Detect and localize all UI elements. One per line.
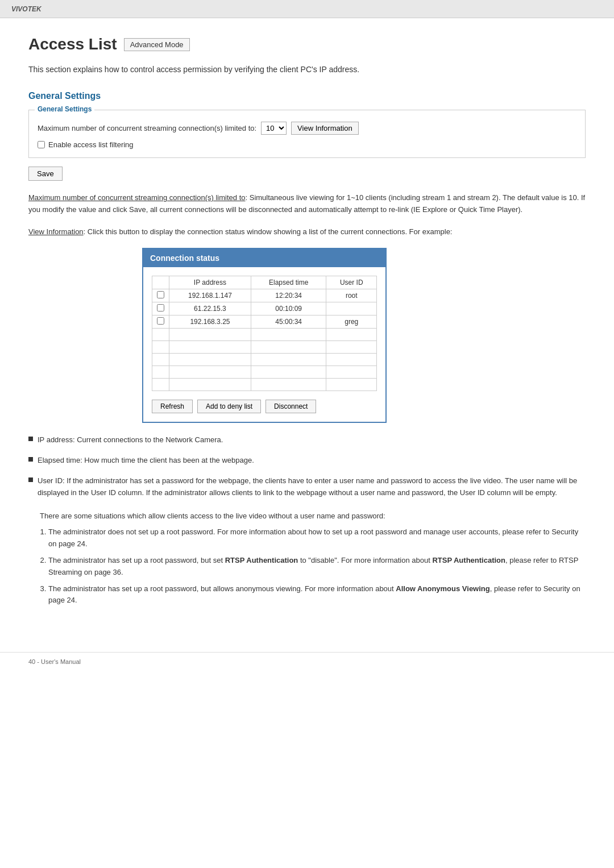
- col-userid: User ID: [326, 276, 377, 289]
- bullet-icon: [28, 437, 33, 441]
- advanced-mode-button[interactable]: Advanced Mode: [124, 38, 190, 51]
- row-checkbox-cell: [152, 302, 169, 315]
- table-row: 192.168.1.14712:20:34root: [152, 289, 377, 302]
- row-checkbox-cell: [152, 379, 169, 391]
- row-checkbox-cell: [152, 315, 169, 329]
- col-elapsed: Elapsed time: [251, 276, 326, 289]
- row-cell-ip: [169, 379, 251, 391]
- table-row: [152, 366, 377, 379]
- desc2-rest: : Click this button to display the conne…: [84, 227, 453, 236]
- enable-filter-checkbox[interactable]: [38, 141, 45, 148]
- row-checkbox-cell: [152, 289, 169, 302]
- row-cell-elapsed: [251, 341, 326, 354]
- bullet-icon: [28, 477, 33, 482]
- main-content: Access List Advanced Mode This section e…: [0, 18, 614, 635]
- row-cell-elapsed: 45:00:34: [251, 315, 326, 329]
- list-item: IP address: Current connections to the N…: [28, 434, 586, 446]
- row-checkbox-cell: [152, 329, 169, 341]
- max-conn-select[interactable]: 10 1 2 5: [261, 122, 287, 135]
- situations-block: There are some situations which allow cl…: [40, 510, 586, 607]
- row-cell-elapsed: [251, 329, 326, 341]
- row-cell-ip: 192.168.1.147: [169, 289, 251, 302]
- row-cell-elapsed: [251, 354, 326, 366]
- row-cell-user: greg: [326, 315, 377, 329]
- table-row: [152, 379, 377, 391]
- list-item: Elapsed time: How much time the client h…: [28, 455, 586, 467]
- max-conn-label: Maximum number of concurrent streaming c…: [38, 124, 256, 132]
- connection-table: IP address Elapsed time User ID 192.168.…: [152, 276, 377, 391]
- row-cell-elapsed: [251, 366, 326, 379]
- row-cell-user: [326, 302, 377, 315]
- desc1-underline: Maximum number of concurrent streaming c…: [28, 193, 245, 202]
- add-to-deny-button[interactable]: Add to deny list: [197, 400, 261, 413]
- footer: 40 - User's Manual: [0, 652, 614, 671]
- page-title: Access List: [28, 35, 117, 53]
- situation-3: The administrator has set up a root pass…: [48, 584, 580, 605]
- bullet-icon: [28, 457, 33, 462]
- situation-2: The administrator has set up a root pass…: [48, 556, 578, 576]
- bullet-list: IP address: Current connections to the N…: [28, 434, 586, 499]
- row-checkbox[interactable]: [157, 317, 164, 325]
- connection-status-popup: Connection status IP address Elapsed tim…: [142, 248, 387, 423]
- row-cell-ip: [169, 366, 251, 379]
- table-row: 192.168.3.2545:00:34greg: [152, 315, 377, 329]
- list-item: The administrator does not set up a root…: [48, 526, 586, 550]
- row-cell-elapsed: 12:20:34: [251, 289, 326, 302]
- row-checkbox[interactable]: [157, 304, 164, 312]
- row-cell-user: [326, 379, 377, 391]
- brand-logo: VIVOTEK: [11, 5, 42, 13]
- disconnect-button[interactable]: Disconnect: [265, 400, 316, 413]
- header-bar: VIVOTEK: [0, 0, 614, 18]
- row-cell-user: [326, 341, 377, 354]
- page-title-area: Access List Advanced Mode: [28, 35, 586, 53]
- view-information-button[interactable]: View Information: [291, 122, 359, 135]
- description1: Maximum number of concurrent streaming c…: [28, 192, 586, 216]
- bullet-text-2: Elapsed time: How much time the client h…: [38, 455, 254, 467]
- row-cell-elapsed: [251, 379, 326, 391]
- row-cell-user: [326, 354, 377, 366]
- row-checkbox-cell: [152, 341, 169, 354]
- general-settings-box: General Settings Maximum number of concu…: [28, 110, 586, 158]
- col-checkbox: [152, 276, 169, 289]
- list-item: The administrator has set up a root pass…: [48, 583, 586, 607]
- row-cell-ip: [169, 329, 251, 341]
- popup-buttons: Refresh Add to deny list Disconnect: [152, 400, 377, 413]
- popup-title: Connection status: [143, 249, 385, 267]
- table-row: [152, 329, 377, 341]
- row-checkbox-cell: [152, 366, 169, 379]
- list-item: The administrator has set up a root pass…: [48, 555, 586, 579]
- row-cell-elapsed: 00:10:09: [251, 302, 326, 315]
- description2: View Information: Click this button to d…: [28, 226, 586, 238]
- bullet-text-userid: User ID: If the administrator has set a …: [38, 475, 586, 499]
- enable-filter-row: Enable access list filtering: [38, 140, 576, 149]
- table-row: [152, 354, 377, 366]
- refresh-button[interactable]: Refresh: [152, 400, 193, 413]
- intro-text: This section explains how to control acc…: [28, 65, 586, 74]
- table-row: [152, 341, 377, 354]
- col-ip: IP address: [169, 276, 251, 289]
- row-cell-ip: [169, 341, 251, 354]
- popup-body: IP address Elapsed time User ID 192.168.…: [143, 267, 385, 422]
- footer-text: 40 - User's Manual: [28, 658, 81, 665]
- row-cell-user: [326, 329, 377, 341]
- row-cell-user: [326, 366, 377, 379]
- max-conn-row: Maximum number of concurrent streaming c…: [38, 122, 576, 135]
- save-button[interactable]: Save: [28, 167, 63, 181]
- bullet-text-1: IP address: Current connections to the N…: [38, 434, 223, 446]
- row-checkbox-cell: [152, 354, 169, 366]
- enable-filter-label: Enable access list filtering: [48, 140, 134, 149]
- row-cell-ip: 192.168.3.25: [169, 315, 251, 329]
- row-cell-ip: 61.22.15.3: [169, 302, 251, 315]
- row-checkbox[interactable]: [157, 291, 164, 298]
- desc2-underline: View Information: [28, 227, 84, 236]
- table-row: 61.22.15.300:10:09: [152, 302, 377, 315]
- situations-intro: There are some situations which allow cl…: [40, 510, 586, 522]
- general-settings-title: General Settings: [28, 91, 586, 101]
- settings-legend: General Settings: [35, 105, 94, 113]
- situations-list: The administrator does not set up a root…: [48, 526, 586, 607]
- row-cell-ip: [169, 354, 251, 366]
- situation-1: The administrator does not set up a root…: [48, 528, 578, 548]
- list-item: User ID: If the administrator has set a …: [28, 475, 586, 499]
- row-cell-user: root: [326, 289, 377, 302]
